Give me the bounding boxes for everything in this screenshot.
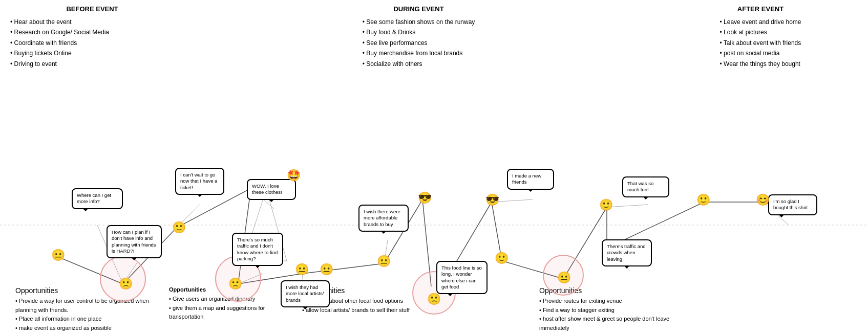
emoji-12: 🙂 <box>495 253 509 264</box>
speech-bubble-9: I made a new friends <box>507 169 554 190</box>
during-item-5: Socialize with others <box>363 59 475 69</box>
emoji-9: 😐 <box>377 256 391 267</box>
page-container: BEFORE EVENT Hear about the event Resear… <box>0 0 868 334</box>
after-section: AFTER EVENT Leave event and drive home L… <box>663 5 858 69</box>
before-item-2: Research on Google/ Social Media <box>10 27 174 37</box>
emoji-6: 😐 <box>295 264 309 275</box>
emoji-3: 🙂 <box>172 222 186 233</box>
emoji-16: 😊 <box>756 194 770 206</box>
after-item-2: Look at pictures <box>720 27 801 37</box>
speech-bubble-4: WOW, I love these clothes! <box>247 179 296 200</box>
after-item-4: post on social media <box>720 48 801 58</box>
speech-bubble-1: Where can I get more info? <box>72 188 123 209</box>
opportunity-block-1: Opportunities Provide a way for user con… <box>10 286 164 332</box>
opp1-list: Provide a way for user control to be org… <box>15 297 159 332</box>
speech-bubble-6: I wish they had more local artists/ bran… <box>281 280 330 307</box>
during-title: DURING EVENT <box>195 5 643 13</box>
journey-area: Where can I get more info? How can I pla… <box>0 72 868 286</box>
opp1-item-3: make event as organized as possible <box>15 324 159 333</box>
during-item-3: See live performances <box>363 38 475 48</box>
opp2-item-2: give them a map and suggestions for tran… <box>169 304 292 322</box>
emoji-10: 🙁 <box>427 294 441 305</box>
after-item-5: Wear the things they bought <box>720 59 801 69</box>
emoji-11: 😎 <box>485 194 499 206</box>
emoji-15: 🙂 <box>696 194 710 206</box>
emoji-8: 😎 <box>418 192 432 204</box>
before-item-4: Buying tickets Online <box>10 48 174 58</box>
speech-bubble-3: I can't wait to go now that I have a tic… <box>175 168 224 195</box>
emoji-5: 🙁 <box>228 278 242 290</box>
before-section: BEFORE EVENT Hear about the event Resear… <box>10 5 174 69</box>
emoji-7: 😐 <box>320 264 333 275</box>
emoji-2: 🙁 <box>119 278 133 290</box>
emoji-13: 😐 <box>557 272 571 283</box>
opp1-item-2: Place all information in one place <box>15 315 159 324</box>
top-sections: BEFORE EVENT Hear about the event Resear… <box>0 0 868 69</box>
before-item-5: Driving to event <box>10 59 174 69</box>
opp4-item-2: Find a way to stagger exiting <box>539 306 696 315</box>
before-list: Hear about the event Research on Google/… <box>10 17 174 69</box>
emoji-1: 😐 <box>51 250 65 261</box>
during-section: DURING EVENT See some fashion shows on t… <box>174 5 663 69</box>
during-item-4: Buy merchandise from local brands <box>363 48 475 58</box>
speech-bubble-12: I'm so glad I bought this shirt <box>768 194 817 215</box>
speech-bubble-7: I wish there were more affordable brands… <box>358 205 409 232</box>
speech-bubble-10: That was so much fun! <box>622 176 669 197</box>
before-item-3: Coordinate with friends <box>10 38 174 48</box>
after-item-1: Leave event and drive home <box>720 17 801 27</box>
before-title: BEFORE EVENT <box>10 5 174 13</box>
speech-bubble-11: There's traffic and crowds when leaving <box>602 239 652 266</box>
speech-bubble-5: There's so much traffic and I don't know… <box>232 233 283 266</box>
opp1-item-1: Provide a way for user control to be org… <box>15 297 159 315</box>
during-item-1: See some fashion shows on the runway <box>363 17 475 27</box>
opp4-list: Provide routes for exiting venue Find a … <box>539 297 696 332</box>
opp4-item-3: host after show meet & greet so people d… <box>539 315 696 332</box>
during-list: See some fashion shows on the runway Buy… <box>363 17 475 69</box>
after-list: Leave event and drive home Look at pictu… <box>720 17 801 69</box>
after-title: AFTER EVENT <box>663 5 858 13</box>
speech-bubble-2: How can I plan if I don't have info and … <box>107 225 162 258</box>
opp4-item-1: Provide routes for exiting venue <box>539 297 696 306</box>
before-item-1: Hear about the event <box>10 17 174 27</box>
emoji-14: 🙂 <box>599 199 613 211</box>
emoji-4: 🤩 <box>287 170 301 181</box>
speech-bubble-8: This food line is so long, I wonder wher… <box>436 261 488 294</box>
after-item-3: Talk about event with friends <box>720 38 801 48</box>
during-item-2: Buy food & Drinks <box>363 27 475 37</box>
svg-line-10 <box>607 205 648 207</box>
